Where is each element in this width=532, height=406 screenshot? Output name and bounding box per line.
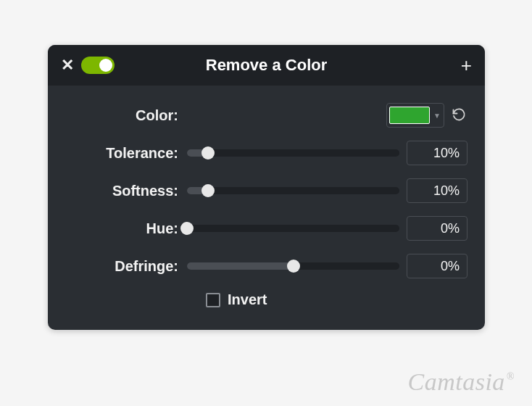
plus-icon[interactable]: + [461,54,472,77]
close-icon[interactable]: ✕ [61,56,74,75]
softness-row: Softness: 10% [65,178,467,203]
softness-slider[interactable] [187,187,399,194]
remove-color-panel: ✕ Remove a Color + Color: ▼ [48,45,485,330]
hue-slider[interactable] [187,225,399,232]
defringe-slider[interactable] [187,262,399,270]
color-controls: ▼ [386,103,467,128]
slider-thumb[interactable] [287,260,300,273]
color-swatch [389,107,430,124]
color-label: Color: [65,107,183,124]
tolerance-value[interactable]: 10% [407,141,467,165]
hue-row: Hue: 0% [65,216,467,241]
hue-label: Hue: [65,220,183,237]
tolerance-row: Tolerance: 10% [65,141,467,165]
toggle-knob [99,59,112,72]
tolerance-slider[interactable] [187,149,399,157]
defringe-label: Defringe: [65,258,183,275]
panel-body: Color: ▼ Tolerance: 10% [48,86,485,330]
defringe-value[interactable]: 0% [407,254,467,278]
color-row: Color: ▼ [65,103,467,128]
slider-thumb[interactable] [180,222,194,235]
invert-checkbox[interactable] [206,293,220,307]
color-well[interactable]: ▼ [386,103,444,128]
chevron-down-icon: ▼ [430,112,441,120]
invert-row: Invert [65,291,467,308]
watermark: Camtasia® [408,368,515,396]
invert-label: Invert [228,291,267,308]
softness-value[interactable]: 10% [407,178,467,203]
slider-thumb[interactable] [201,184,215,197]
watermark-text: Camtasia [408,368,505,396]
enable-toggle[interactable] [81,57,115,74]
tolerance-label: Tolerance: [65,145,183,162]
reset-icon[interactable] [450,107,467,124]
hue-value[interactable]: 0% [407,216,467,241]
panel-title: Remove a Color [206,56,328,75]
slider-thumb[interactable] [201,146,215,160]
slider-fill [187,262,294,270]
registered-icon: ® [507,371,515,383]
defringe-row: Defringe: 0% [65,254,467,278]
softness-label: Softness: [65,183,183,199]
panel-header: ✕ Remove a Color + [48,45,485,86]
